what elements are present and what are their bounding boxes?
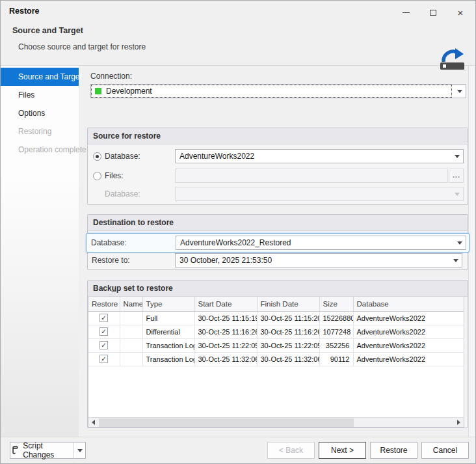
minimize-button[interactable]: [396, 7, 416, 18]
restore-to-combobox[interactable]: 30 October, 2025 21:53:50: [175, 253, 462, 267]
scroll-left-button[interactable]: [88, 418, 98, 427]
page-subtitle: Choose source and target for restore: [18, 42, 475, 51]
main-area: Source and Target Files Options Restorin…: [1, 66, 475, 437]
name-cell: [120, 325, 142, 338]
start-date-cell: 30-Oct-25 11:16:26: [194, 325, 257, 338]
wizard-header: Source and Target Choose source and targ…: [1, 21, 475, 66]
source-database-dropdown-button[interactable]: [451, 150, 463, 163]
table-row[interactable]: ✓Full30-Oct-25 11:15:1930-Oct-25 11:15:2…: [88, 311, 464, 325]
chevron-down-icon: [455, 193, 460, 196]
scroll-right-button[interactable]: [454, 418, 464, 427]
restore-cell: ✓: [88, 311, 120, 325]
maximize-icon: [430, 10, 436, 16]
connection-combobox[interactable]: Development: [90, 84, 466, 98]
target-database-dropdown-button: [451, 187, 463, 200]
restore-checkbox[interactable]: ✓: [99, 355, 108, 363]
column-header-start-date[interactable]: Start Date: [194, 297, 257, 311]
sidebar-item-source-and-target[interactable]: Source and Target: [1, 68, 79, 86]
backup-table-body: ✓Full30-Oct-25 11:15:1930-Oct-25 11:15:2…: [88, 311, 464, 366]
sidebar-item-operation-complete: Operation complete: [1, 141, 79, 159]
titlebar: Restore ×: [1, 1, 475, 21]
source-database-value: AdventureWorks2022: [179, 152, 254, 161]
maximize-button[interactable]: [423, 7, 443, 18]
type-cell: Differential: [142, 325, 194, 338]
minimize-icon: [403, 12, 410, 13]
script-changes-dropdown-button[interactable]: [73, 442, 86, 459]
arrow-left-icon: [92, 420, 95, 425]
horizontal-scrollbar[interactable]: [88, 417, 464, 427]
page-title: Source and Target: [12, 26, 475, 35]
table-row[interactable]: ✓Transaction Log30-Oct-25 11:22:0530-Oct…: [88, 338, 464, 352]
column-header-type[interactable]: Type: [142, 297, 194, 311]
database-cell: AdventureWorks2022: [353, 325, 464, 338]
name-cell: [120, 352, 142, 366]
start-date-cell: 30-Oct-25 11:32:06: [194, 352, 257, 366]
script-changes-split-button: Script Changes: [10, 442, 86, 459]
files-radio[interactable]: [93, 172, 101, 180]
source-files-row: Files: …: [88, 169, 468, 183]
table-empty-area: [88, 366, 464, 418]
connection-block: Connection: Development: [90, 72, 466, 98]
name-cell: [120, 338, 142, 352]
wizard-page-content: Connection: Development Source for resto…: [79, 66, 468, 437]
database-cell: AdventureWorks2022: [353, 338, 464, 352]
focus-outline: [92, 85, 451, 97]
title-mnemonic: u: [112, 284, 116, 293]
backup-set-group: Backup set to restore Restore Name Type …: [87, 280, 468, 428]
restore-cell: ✓: [88, 325, 120, 338]
column-header-name[interactable]: Name: [120, 297, 142, 311]
restore-checkbox[interactable]: ✓: [99, 341, 108, 349]
source-for-restore-group: Source for restore Database: AdventureWo…: [87, 128, 468, 205]
cancel-button[interactable]: Cancel: [421, 442, 469, 459]
database-radio[interactable]: [93, 152, 101, 161]
restore-dialog: Restore × Source and Target Choose sourc…: [0, 0, 476, 464]
window-controls: ×: [396, 7, 470, 18]
restore-checkbox[interactable]: ✓: [99, 314, 108, 322]
destination-to-restore-group: Destination to restore Database: Adventu…: [87, 214, 468, 270]
footer-bar: Script Changes < Back Next > Restore Can…: [1, 437, 475, 463]
arrow-right-icon: [457, 420, 460, 425]
finish-date-cell: 30-Oct-25 11:15:20: [257, 311, 319, 325]
destination-database-row: Database: AdventureWorks2022_Restored: [86, 233, 469, 252]
window-title: Restore: [9, 7, 40, 16]
target-database-label: Database:: [105, 189, 140, 198]
backup-set-table: Restore Name Type Start Date Finish Date…: [88, 297, 464, 428]
next-button[interactable]: Next >: [319, 442, 366, 459]
size-cell: 352256: [319, 338, 353, 352]
destination-database-dropdown-button[interactable]: [453, 236, 466, 249]
column-header-database[interactable]: Database: [353, 297, 464, 311]
start-date-cell: 30-Oct-25 11:22:05: [194, 338, 257, 352]
sidebar-item-options[interactable]: Options: [1, 104, 79, 122]
sidebar-item-files[interactable]: Files: [1, 86, 79, 104]
close-icon: ×: [458, 8, 464, 18]
table-row[interactable]: ✓Differential30-Oct-25 11:16:2630-Oct-25…: [88, 325, 464, 338]
restore-to-dropdown-button[interactable]: [449, 254, 462, 267]
browse-files-button: …: [449, 169, 464, 183]
table-row[interactable]: ✓Transaction Log30-Oct-25 11:32:0630-Oct…: [88, 352, 464, 366]
script-icon: [10, 446, 19, 455]
script-changes-label: Script Changes: [23, 441, 73, 459]
source-target-database-row: Database:: [88, 187, 468, 204]
scrollbar-thumb[interactable]: [99, 418, 354, 427]
restore-button[interactable]: Restore: [370, 442, 417, 459]
close-button[interactable]: ×: [451, 7, 470, 18]
title-text: p set to restore: [116, 284, 173, 293]
size-cell: 1077248: [319, 325, 353, 338]
source-database-combobox[interactable]: AdventureWorks2022: [175, 149, 464, 163]
column-header-restore[interactable]: Restore: [88, 297, 120, 311]
column-header-size[interactable]: Size: [319, 297, 353, 311]
source-group-title: Source for restore: [88, 128, 468, 144]
name-cell: [120, 311, 142, 325]
files-radio-label: Files:: [105, 171, 124, 180]
back-button: < Back: [267, 442, 315, 459]
script-changes-button[interactable]: Script Changes: [10, 442, 73, 459]
database-radio-label: Database:: [105, 152, 140, 161]
restore-to-value: 30 October, 2025 21:53:50: [179, 256, 272, 265]
destination-database-combobox[interactable]: AdventureWorks2022_Restored: [176, 236, 466, 250]
connection-dropdown-button[interactable]: [453, 85, 466, 98]
size-cell: 152268800: [319, 311, 353, 325]
restore-checkbox[interactable]: ✓: [99, 327, 108, 336]
chevron-down-icon: [77, 449, 83, 452]
column-header-finish-date[interactable]: Finish Date: [257, 297, 319, 311]
table-header: Restore Name Type Start Date Finish Date…: [88, 297, 464, 311]
